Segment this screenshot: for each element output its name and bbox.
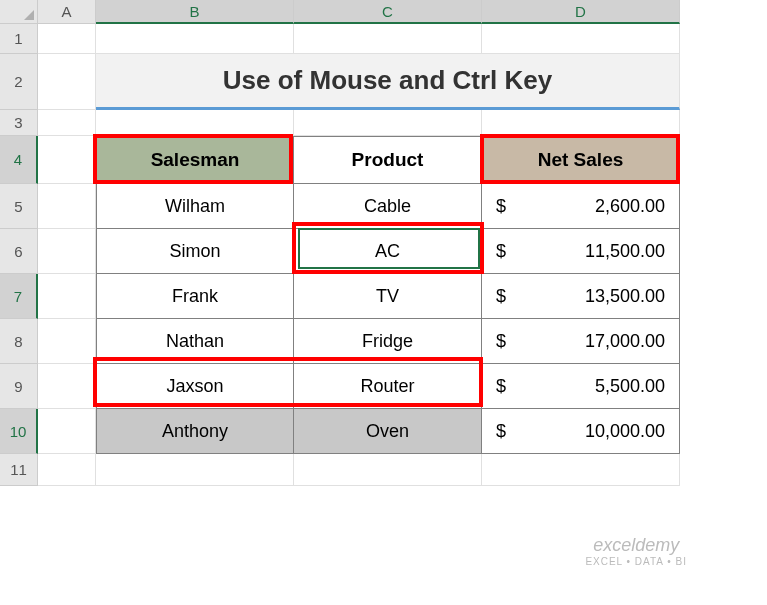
currency-symbol: $	[496, 376, 506, 397]
currency-symbol: $	[496, 196, 506, 217]
col-header-b[interactable]: B	[96, 0, 294, 24]
cell-c11[interactable]	[294, 454, 482, 486]
cell-net-sales[interactable]: $ 5,500.00	[482, 364, 680, 409]
currency-symbol: $	[496, 286, 506, 307]
net-value: 17,000.00	[585, 331, 665, 352]
cell-net-sales[interactable]: $ 2,600.00	[482, 184, 680, 229]
row-header-2[interactable]: 2	[0, 54, 38, 110]
table-row: Nathan Fridge $ 17,000.00	[38, 319, 767, 364]
cell-a6[interactable]	[38, 229, 96, 274]
cell-salesman[interactable]: Jaxson	[96, 364, 294, 409]
net-value: 5,500.00	[595, 376, 665, 397]
header-salesman[interactable]: Salesman	[96, 136, 294, 184]
cell-product[interactable]: AC	[294, 229, 482, 274]
row-header-10[interactable]: 10	[0, 409, 38, 454]
row-header-9[interactable]: 9	[0, 364, 38, 409]
net-value: 10,000.00	[585, 421, 665, 442]
cell-product[interactable]: Router	[294, 364, 482, 409]
cell-a2[interactable]	[38, 54, 96, 110]
row-header-11[interactable]: 11	[0, 454, 38, 486]
net-value: 11,500.00	[585, 241, 665, 262]
cell-d3[interactable]	[482, 110, 680, 136]
net-value: 13,500.00	[585, 286, 665, 307]
header-net-sales[interactable]: Net Sales	[482, 136, 680, 184]
cell-a11[interactable]	[38, 454, 96, 486]
cell-net-sales[interactable]: $ 17,000.00	[482, 319, 680, 364]
cell-a4[interactable]	[38, 136, 96, 184]
cell-grid: Use of Mouse and Ctrl Key Salesman Produ…	[38, 24, 767, 605]
column-headers: A B C D	[38, 0, 767, 24]
cell-a7[interactable]	[38, 274, 96, 319]
cell-a1[interactable]	[38, 24, 96, 54]
row-header-8[interactable]: 8	[0, 319, 38, 364]
cell-net-sales[interactable]: $ 10,000.00	[482, 409, 680, 454]
watermark-tagline: EXCEL • DATA • BI	[585, 556, 687, 567]
row-header-1[interactable]: 1	[0, 24, 38, 54]
table-row: Wilham Cable $ 2,600.00	[38, 184, 767, 229]
cell-salesman[interactable]: Simon	[96, 229, 294, 274]
cell-a8[interactable]	[38, 319, 96, 364]
cell-salesman[interactable]: Nathan	[96, 319, 294, 364]
row-header-4[interactable]: 4	[0, 136, 38, 184]
col-header-c[interactable]: C	[294, 0, 482, 24]
cell-a5[interactable]	[38, 184, 96, 229]
row-header-3[interactable]: 3	[0, 110, 38, 136]
cell-salesman[interactable]: Wilham	[96, 184, 294, 229]
cell-d1[interactable]	[482, 24, 680, 54]
header-product[interactable]: Product	[294, 136, 482, 184]
spreadsheet: A B C D 1 2 3 4 5 6 7 8 9 10 11 Use of M…	[0, 0, 767, 605]
select-all-corner[interactable]	[0, 0, 38, 24]
cell-net-sales[interactable]: $ 11,500.00	[482, 229, 680, 274]
cell-a10[interactable]	[38, 409, 96, 454]
table-row: Jaxson Router $ 5,500.00	[38, 364, 767, 409]
cell-product[interactable]: Oven	[294, 409, 482, 454]
watermark-brand: exceldemy	[593, 535, 679, 555]
cell-b3[interactable]	[96, 110, 294, 136]
currency-symbol: $	[496, 331, 506, 352]
col-header-a[interactable]: A	[38, 0, 96, 24]
cell-b1[interactable]	[96, 24, 294, 54]
cell-product-active[interactable]: TV	[294, 274, 482, 319]
cell-a3[interactable]	[38, 110, 96, 136]
title-cell[interactable]: Use of Mouse and Ctrl Key	[96, 54, 680, 110]
table-row: Anthony Oven $ 10,000.00	[38, 409, 767, 454]
cell-d11[interactable]	[482, 454, 680, 486]
table-row: Simon AC $ 11,500.00	[38, 229, 767, 274]
cell-c3[interactable]	[294, 110, 482, 136]
currency-symbol: $	[496, 421, 506, 442]
cell-net-sales[interactable]: $ 13,500.00	[482, 274, 680, 319]
cell-salesman[interactable]: Anthony	[96, 409, 294, 454]
currency-symbol: $	[496, 241, 506, 262]
cell-a9[interactable]	[38, 364, 96, 409]
cell-b11[interactable]	[96, 454, 294, 486]
cell-product[interactable]: Cable	[294, 184, 482, 229]
watermark: exceldemy EXCEL • DATA • BI	[585, 535, 687, 567]
cell-product[interactable]: Fridge	[294, 319, 482, 364]
row-header-5[interactable]: 5	[0, 184, 38, 229]
cell-salesman[interactable]: Frank	[96, 274, 294, 319]
col-header-d[interactable]: D	[482, 0, 680, 24]
table-row: Frank TV $ 13,500.00	[38, 274, 767, 319]
row-header-7[interactable]: 7	[0, 274, 38, 319]
row-headers: 1 2 3 4 5 6 7 8 9 10 11	[0, 24, 38, 486]
row-header-6[interactable]: 6	[0, 229, 38, 274]
net-value: 2,600.00	[595, 196, 665, 217]
cell-c1[interactable]	[294, 24, 482, 54]
